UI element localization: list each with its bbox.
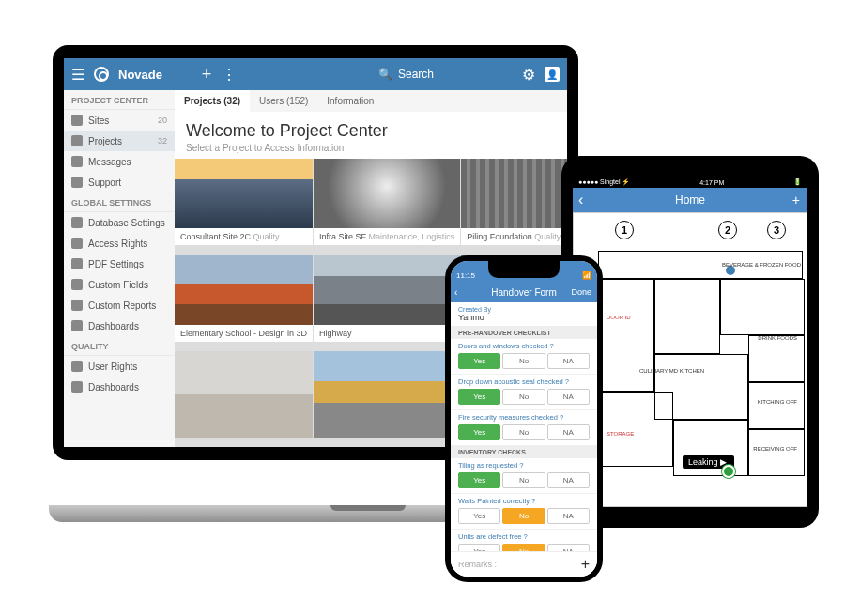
sidebar-item-dashboards-2[interactable]: Dashboards <box>64 377 175 397</box>
tabs: Projects (32) Users (152) Information <box>175 90 567 112</box>
messages-icon <box>71 156 83 167</box>
dashboards-icon <box>71 320 83 331</box>
question-row: Doors and windows checked ? YesNoNA <box>451 339 597 375</box>
project-card[interactable]: Consultant Site 2C Quality <box>175 159 313 245</box>
sidebar-item-support[interactable]: Support <box>64 172 175 192</box>
column-marker-2[interactable]: 2 <box>718 221 737 239</box>
room-label: CULINARY MD KITCHEN <box>639 368 704 374</box>
option-na[interactable]: NA <box>547 472 590 488</box>
option-no[interactable]: No <box>502 544 545 551</box>
battery-icon: 🔋 <box>793 178 802 186</box>
question-row: Fire security measures checked ? YesNoNA <box>451 410 597 446</box>
tablet-header: ‹ Home + <box>573 188 807 212</box>
phone-header: ‹ Handover Form Done <box>451 282 597 302</box>
option-na[interactable]: NA <box>547 424 590 440</box>
signal-icon: 📶 <box>582 271 592 280</box>
gear-icon[interactable]: ⚙ <box>522 68 535 81</box>
brand-name: Novade <box>118 68 162 82</box>
room-label: RECEIVING OFF <box>753 446 797 452</box>
sidebar-item-access[interactable]: Access Rights <box>64 233 175 254</box>
sidebar-item-sites[interactable]: Sites20 <box>64 110 175 131</box>
option-yes[interactable]: Yes <box>458 508 500 524</box>
project-thumb <box>461 159 567 228</box>
sidebar-item-projects[interactable]: Projects32 <box>64 131 175 151</box>
option-yes[interactable]: Yes <box>458 472 500 488</box>
add-icon[interactable]: + <box>200 68 213 81</box>
option-no[interactable]: No <box>502 424 545 440</box>
menu-icon[interactable]: ☰ <box>71 68 84 81</box>
sidebar-item-user-rights[interactable]: User Rights <box>64 356 175 377</box>
project-thumb <box>175 351 313 438</box>
status-bar: ●●●●● Singtel ⚡ 4:17 PM 🔋 <box>573 177 807 188</box>
more-icon[interactable]: ⋮ <box>223 68 236 81</box>
page-subtitle: Select a Project to Access Information <box>186 143 556 153</box>
question-text: Doors and windows checked ? <box>458 342 590 350</box>
option-yes[interactable]: Yes <box>458 544 500 551</box>
annotation: STORAGE <box>607 431 634 437</box>
project-card[interactable]: Highway <box>314 255 460 342</box>
top-bar: ☰ Novade + ⋮ 🔍 Search ⚙ 👤 <box>64 58 567 90</box>
option-no[interactable]: No <box>502 508 545 524</box>
option-yes[interactable]: Yes <box>458 389 500 405</box>
option-yes[interactable]: Yes <box>458 424 500 440</box>
user-icon[interactable]: 👤 <box>545 67 560 82</box>
project-thumb <box>175 255 313 325</box>
phone-title: Handover Form <box>491 287 556 298</box>
back-icon[interactable]: ‹ <box>578 192 583 208</box>
back-icon[interactable]: ‹ <box>454 287 457 298</box>
done-button[interactable]: Done <box>571 287 592 297</box>
option-no[interactable]: No <box>502 353 545 369</box>
add-icon[interactable]: + <box>581 556 590 573</box>
column-marker-3[interactable]: 3 <box>767 221 786 239</box>
add-icon[interactable]: + <box>792 192 800 208</box>
brand-logo-icon <box>94 67 109 82</box>
project-card[interactable] <box>314 351 460 438</box>
search-icon: 🔍 <box>378 68 392 81</box>
phone-screen: 11:15 📶 ‹ Handover Form Done Created By … <box>451 261 597 577</box>
tablet-title: Home <box>675 193 705 207</box>
pdf-icon <box>71 258 83 270</box>
room-label: DRINK FOODS <box>758 335 797 341</box>
support-icon <box>71 177 83 188</box>
option-yes[interactable]: Yes <box>458 353 500 369</box>
status-time: 11:15 <box>456 271 475 280</box>
projects-icon <box>71 135 83 146</box>
question-row: Drop down acoustic seal checked ? YesNoN… <box>451 375 597 410</box>
search-placeholder: Search <box>398 68 434 81</box>
floorplan[interactable]: 1 2 3 A BEVERAGE & FROZEN FOOD CULINARY … <box>573 212 807 507</box>
room-label: BEVERAGE & FROZEN FOOD <box>722 262 801 268</box>
project-card[interactable]: Infra Site SF Maintenance, Logistics <box>314 159 460 245</box>
option-na[interactable]: NA <box>547 389 590 405</box>
sidebar-item-database[interactable]: Database Settings <box>64 212 175 233</box>
welcome-block: Welcome to Project Center Select a Proje… <box>175 112 567 159</box>
phone-footer: Remarks : + <box>451 551 597 577</box>
option-na[interactable]: NA <box>547 353 590 369</box>
phone-notch <box>488 261 560 278</box>
project-card[interactable] <box>175 351 313 438</box>
search-field[interactable]: 🔍 Search <box>378 68 434 81</box>
status-time: 4:17 PM <box>699 179 724 186</box>
issue-marker[interactable] <box>722 465 735 478</box>
created-by-field: Created By Yanmo <box>451 302 597 327</box>
tablet-screen: ●●●●● Singtel ⚡ 4:17 PM 🔋 ‹ Home + 1 2 3… <box>573 177 807 507</box>
tab-information[interactable]: Information <box>317 90 383 112</box>
project-card[interactable]: Elementary School - Design in 3D <box>175 255 313 342</box>
option-na[interactable]: NA <box>547 544 590 551</box>
option-no[interactable]: No <box>502 389 545 405</box>
option-na[interactable]: NA <box>547 508 590 524</box>
tab-users[interactable]: Users (152) <box>250 90 317 112</box>
tab-projects[interactable]: Projects (32) <box>175 90 250 112</box>
sidebar-section-quality: QUALITY <box>64 336 175 356</box>
sidebar-item-messages[interactable]: Messages <box>64 151 175 172</box>
sidebar-item-custom-reports[interactable]: Custom Reports <box>64 295 175 316</box>
remarks-label[interactable]: Remarks : <box>458 560 581 569</box>
section-header: INVENTORY CHECKS <box>451 446 597 458</box>
sidebar-item-pdf[interactable]: PDF Settings <box>64 254 175 274</box>
question-text: Units are defect free ? <box>458 532 590 541</box>
sidebar-item-dashboards[interactable]: Dashboards <box>64 316 175 336</box>
form-body[interactable]: Created By Yanmo PRE-HANDOVER CHECKLIST … <box>451 302 597 551</box>
project-card[interactable]: Piling Foundation Quality, Act… <box>461 159 567 245</box>
sidebar-item-custom-fields[interactable]: Custom Fields <box>64 274 175 295</box>
column-marker-1[interactable]: 1 <box>615 221 634 239</box>
option-no[interactable]: No <box>502 472 545 488</box>
